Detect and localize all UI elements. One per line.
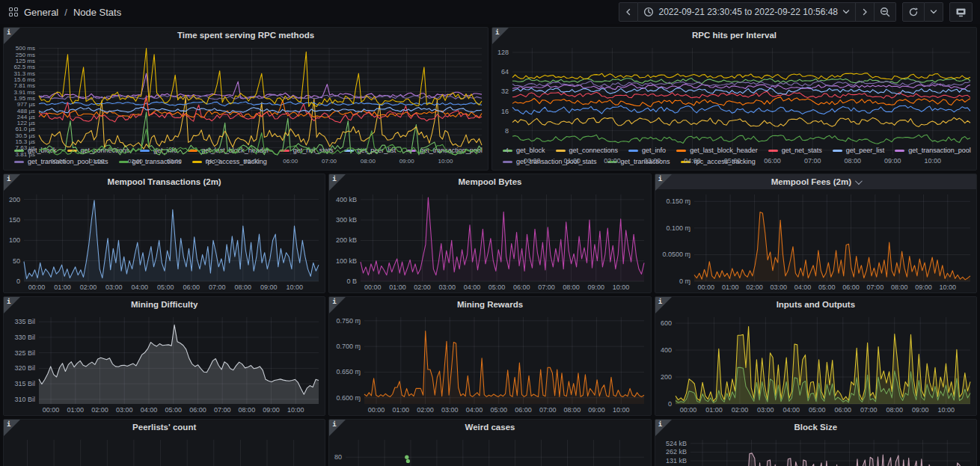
svg-text:4: 4 xyxy=(505,147,509,154)
chevron-down-icon xyxy=(842,9,850,15)
panel-title[interactable]: RPC hits per Interval xyxy=(492,28,976,43)
chart-svg: 00:0001:0002:0003:0004:0005:0006:0007:00… xyxy=(4,435,325,466)
panel-title[interactable]: Weird cases xyxy=(329,420,650,435)
time-series-chart[interactable]: 00:0001:0002:0003:0004:0005:0006:0007:00… xyxy=(655,189,976,292)
svg-text:01:00: 01:00 xyxy=(564,157,581,165)
svg-text:131 kB: 131 kB xyxy=(666,457,687,465)
chart-svg: 00:0001:0002:0003:0004:0005:0006:0007:00… xyxy=(4,189,325,292)
svg-text:06:00: 06:00 xyxy=(764,157,781,165)
time-shift-forward-button[interactable] xyxy=(856,2,875,22)
panel-info-corner-icon[interactable]: i xyxy=(4,28,20,44)
time-series-chart[interactable]: 00:0001:0002:0003:0004:0005:0006:0007:00… xyxy=(4,43,488,144)
chart-svg: 00:0001:0002:0003:0004:0005:0006:0007:00… xyxy=(4,43,488,166)
svg-text:400: 400 xyxy=(661,346,672,354)
svg-text:08:00: 08:00 xyxy=(844,157,861,165)
panel-title: Mempool Fees (2m) xyxy=(771,174,851,189)
svg-text:524 kB: 524 kB xyxy=(666,440,687,447)
panel-weird-cases: i Weird cases 00:0001:0002:0003:0004:000… xyxy=(328,419,651,466)
kiosk-mode-button[interactable] xyxy=(949,2,973,22)
panel-title[interactable]: Peerlists' count xyxy=(4,420,325,435)
panel-title[interactable]: Mempool Bytes xyxy=(329,174,650,189)
svg-text:06:00: 06:00 xyxy=(513,283,530,291)
breadcrumb-page[interactable]: Node Stats xyxy=(73,7,121,18)
breadcrumb[interactable]: General / Node Stats xyxy=(9,7,121,18)
panel-rpc-time-spent: i Time spent serving RPC methods 00:0001… xyxy=(3,27,489,171)
panel-info-corner-icon[interactable]: i xyxy=(4,297,20,313)
panel-info-corner-icon[interactable]: i xyxy=(655,297,672,313)
svg-text:400 kB: 400 kB xyxy=(336,196,357,203)
svg-text:01:00: 01:00 xyxy=(89,158,105,165)
svg-text:03:00: 03:00 xyxy=(441,406,459,414)
chart-svg: 00:0001:0002:0003:0004:0005:0006:0007:00… xyxy=(329,189,650,292)
time-series-chart[interactable]: 00:0001:0002:0003:0004:0005:0006:0007:00… xyxy=(655,312,976,415)
panel-title-menu[interactable]: Mempool Fees (2m) xyxy=(655,174,976,189)
panel-title[interactable]: Mempool Transactions (2m) xyxy=(4,174,325,189)
panel-info-corner-icon[interactable]: i xyxy=(655,420,672,436)
time-series-chart[interactable]: 00:0001:0002:0003:0004:0005:0006:0007:00… xyxy=(329,312,650,415)
svg-text:0: 0 xyxy=(668,400,672,408)
top-navigation-bar: General / Node Stats 2022-09-21 23:30:45… xyxy=(0,0,980,24)
panel-info-corner-icon[interactable]: i xyxy=(4,420,20,436)
svg-text:03:00: 03:00 xyxy=(105,283,123,291)
svg-text:310 Bil: 310 Bil xyxy=(14,396,35,403)
panel-info-corner-icon[interactable]: i xyxy=(4,174,20,191)
svg-text:300 kB: 300 kB xyxy=(336,216,357,224)
svg-text:09:00: 09:00 xyxy=(884,157,901,165)
svg-text:0.0500 ɱ: 0.0500 ɱ xyxy=(662,251,690,258)
svg-text:07:00: 07:00 xyxy=(214,406,231,414)
svg-text:0.600 ɱ: 0.600 ɱ xyxy=(337,394,361,402)
time-series-chart[interactable]: 00:0001:0002:0003:0004:0005:0006:0007:00… xyxy=(329,435,650,466)
time-series-chart[interactable]: 00:0001:0002:0003:0004:0005:0006:0007:00… xyxy=(329,189,650,292)
panel-title[interactable]: Mining Rewards xyxy=(329,297,650,312)
svg-text:06:00: 06:00 xyxy=(834,406,851,414)
time-range-picker-button[interactable]: 2022-09-21 23:30:45 to 2022-09-22 10:56:… xyxy=(638,2,856,22)
svg-text:00:00: 00:00 xyxy=(50,158,66,165)
zoom-out-time-button[interactable] xyxy=(875,2,896,22)
svg-text:128: 128 xyxy=(497,49,509,56)
time-series-chart[interactable]: 00:0001:0002:0003:0004:0005:0006:0007:00… xyxy=(655,435,976,466)
time-series-chart[interactable]: 00:0001:0002:0003:0004:0005:0006:0007:00… xyxy=(492,43,976,144)
svg-text:01:00: 01:00 xyxy=(67,406,85,414)
svg-text:0.650 ɱ: 0.650 ɱ xyxy=(337,368,361,375)
svg-text:05:00: 05:00 xyxy=(244,158,260,165)
panel-title[interactable]: Time spent serving RPC methods xyxy=(4,28,488,43)
panel-title[interactable]: Mining Difficulty xyxy=(4,297,325,312)
breadcrumb-section[interactable]: General xyxy=(24,7,58,18)
panel-info-corner-icon[interactable]: i xyxy=(492,28,509,44)
svg-text:04:00: 04:00 xyxy=(141,406,158,414)
svg-text:01:00: 01:00 xyxy=(393,406,410,414)
svg-text:07:00: 07:00 xyxy=(209,283,226,291)
panel-title[interactable]: Block Size xyxy=(655,420,976,435)
time-series-chart[interactable]: 00:0001:0002:0003:0004:0005:0006:0007:00… xyxy=(4,312,325,415)
svg-text:07:00: 07:00 xyxy=(538,283,555,291)
chart-svg: 00:0001:0002:0003:0004:0005:0006:0007:00… xyxy=(329,312,650,415)
chart-svg: 00:0001:0002:0003:0004:0005:0006:0007:00… xyxy=(655,435,976,466)
svg-text:02:00: 02:00 xyxy=(417,406,435,414)
svg-text:02:00: 02:00 xyxy=(80,283,97,291)
svg-text:02:00: 02:00 xyxy=(128,158,144,165)
panel-info-corner-icon[interactable]: i xyxy=(329,297,346,313)
time-series-chart[interactable]: 00:0001:0002:0003:0004:0005:0006:0007:00… xyxy=(4,189,325,292)
svg-text:0.750 ɱ: 0.750 ɱ xyxy=(337,317,361,325)
time-shift-back-button[interactable] xyxy=(619,2,638,22)
time-series-chart[interactable]: 00:0001:0002:0003:0004:0005:0006:0007:00… xyxy=(4,435,325,466)
refresh-button[interactable] xyxy=(902,2,925,22)
panel-info-corner-icon[interactable]: i xyxy=(329,174,346,191)
svg-text:10:00: 10:00 xyxy=(939,283,956,291)
panel-info-corner-icon[interactable]: i xyxy=(655,174,672,191)
panel-info-corner-icon[interactable]: i xyxy=(329,420,346,436)
svg-text:330 Bil: 330 Bil xyxy=(14,334,35,341)
svg-text:07:00: 07:00 xyxy=(322,158,337,165)
svg-text:07:00: 07:00 xyxy=(866,283,883,291)
svg-text:10:00: 10:00 xyxy=(286,283,303,291)
refresh-group xyxy=(902,2,943,22)
svg-text:04:00: 04:00 xyxy=(684,157,701,165)
svg-text:64: 64 xyxy=(501,68,509,76)
svg-text:09:00: 09:00 xyxy=(915,283,932,291)
svg-text:00:00: 00:00 xyxy=(679,406,696,414)
svg-text:08:00: 08:00 xyxy=(239,406,256,414)
refresh-interval-dropdown[interactable] xyxy=(925,2,943,22)
svg-text:10:00: 10:00 xyxy=(613,406,630,414)
svg-text:00:00: 00:00 xyxy=(28,283,46,291)
panel-title[interactable]: Inputs and Outputs xyxy=(655,297,976,312)
